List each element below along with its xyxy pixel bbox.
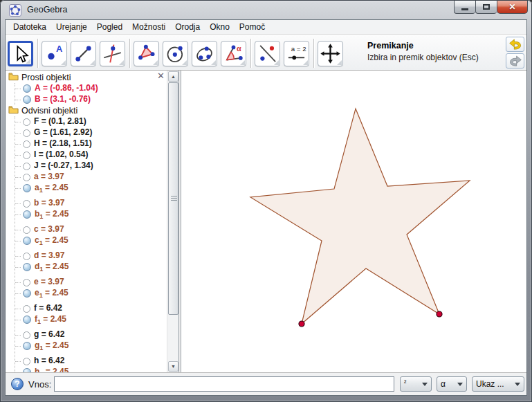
algebra-row-I[interactable]: I = (1.02, 0.54) <box>15 149 157 161</box>
visibility-toggle-icon[interactable] <box>23 95 31 104</box>
help-icon[interactable]: ? <box>11 378 24 390</box>
scrollbar-thumb[interactable] <box>168 82 178 315</box>
algebra-row-e[interactable]: e = 3.97 <box>15 277 157 288</box>
algebra-row-f1[interactable]: f1 = 2.45 <box>15 314 157 325</box>
object-label: d1 = 2.45 <box>35 262 68 273</box>
algebra-folder-dependent[interactable]: Odvisni objekti <box>8 105 157 116</box>
algebra-row-a[interactable]: a = 3.97 <box>15 172 157 183</box>
tool-move-view-button[interactable] <box>318 41 343 66</box>
object-label: g1 = 2.45 <box>35 340 68 351</box>
algebra-row-g[interactable]: g = 6.42 <box>15 329 157 340</box>
tool-circle-button[interactable] <box>163 41 188 66</box>
menu-orodja[interactable]: Orodja <box>170 21 205 33</box>
algebra-row-F[interactable]: F = (0.1, 2.81) <box>15 116 157 127</box>
tool-line-button[interactable] <box>100 41 125 66</box>
object-label: g = 6.42 <box>34 329 64 340</box>
algebra-row-h1[interactable]: h1 = 2.45 <box>15 367 157 372</box>
undo-button[interactable] <box>506 37 524 52</box>
visibility-toggle-icon[interactable] <box>23 226 30 234</box>
point-B[interactable] <box>437 311 442 317</box>
visibility-toggle-icon[interactable] <box>23 184 31 192</box>
star-polygon[interactable] <box>250 109 470 324</box>
algebra-row-f[interactable]: f = 6.42 <box>15 303 157 314</box>
object-label: e = 3.97 <box>34 277 64 288</box>
close-button[interactable]: ✕ <box>497 1 528 14</box>
algebra-row-b[interactable]: b = 3.97 <box>15 198 157 209</box>
menu-urejanje[interactable]: Urejanje <box>51 21 92 33</box>
svg-text:a = 2: a = 2 <box>291 45 306 53</box>
algebra-row-A[interactable]: A = (-0.86, -1.04) <box>15 83 157 94</box>
visibility-toggle-icon[interactable] <box>23 174 30 181</box>
algebra-row-c1[interactable]: c1 = 2.45 <box>15 235 157 246</box>
toolbar-separator <box>129 39 130 68</box>
visibility-toggle-icon[interactable] <box>23 263 31 271</box>
visibility-toggle-icon[interactable] <box>23 210 31 219</box>
algebra-row-H[interactable]: H = (2.18, 1.51) <box>15 138 157 149</box>
tool-point-button[interactable]: A <box>42 41 67 66</box>
object-label: a1 = 2.45 <box>35 183 68 194</box>
visibility-toggle-icon[interactable] <box>23 342 31 350</box>
algebra-row-d[interactable]: d = 3.97 <box>15 250 157 262</box>
tool-polygon-button[interactable] <box>134 41 159 66</box>
svg-text:A: A <box>56 43 62 53</box>
visibility-toggle-icon[interactable] <box>23 129 30 137</box>
menu-pogled[interactable]: Pogled <box>92 21 127 33</box>
visibility-toggle-icon[interactable] <box>23 152 30 159</box>
algebra-row-B[interactable]: B = (3.1, -0.76) <box>15 94 157 105</box>
visibility-toggle-icon[interactable] <box>23 140 30 148</box>
algebra-row-G[interactable]: G = (1.61, 2.92) <box>15 127 157 138</box>
algebra-folder-free[interactable]: Prosti objekti <box>8 72 157 83</box>
tool-mirror-button[interactable] <box>255 41 280 66</box>
tool-slider-button[interactable]: a = 2 <box>284 41 309 66</box>
tool-conic-button[interactable] <box>192 41 217 66</box>
command-input[interactable] <box>54 376 394 392</box>
dropdown-arrow-icon <box>422 383 428 386</box>
folder-icon <box>8 105 19 116</box>
menu-pomoc[interactable]: Pomoč <box>235 21 270 33</box>
visibility-toggle-icon[interactable] <box>23 237 31 245</box>
tool-move-button[interactable] <box>8 41 33 66</box>
visibility-toggle-icon[interactable] <box>23 305 30 313</box>
command-dropdown[interactable]: Ukaz ... <box>472 376 524 392</box>
visibility-toggle-icon[interactable] <box>23 316 31 324</box>
visibility-toggle-icon[interactable] <box>23 289 31 298</box>
algebra-row-a1[interactable]: a1 = 2.45 <box>15 183 157 194</box>
tool-segment-button[interactable] <box>71 41 96 66</box>
algebra-close-button[interactable]: ✕ <box>157 71 165 81</box>
algebra-row-h[interactable]: h = 6.42 <box>15 356 157 367</box>
algebra-row-b1[interactable]: b1 = 2.45 <box>15 209 157 220</box>
active-tool-title: Premikanje <box>367 41 479 51</box>
toolbar-separator <box>313 39 314 68</box>
scroll-up-button[interactable]: ▲ <box>168 71 178 82</box>
visibility-toggle-icon[interactable] <box>23 331 30 339</box>
algebra-scrollbar[interactable]: ▲ ▼ <box>167 71 178 372</box>
algebra-row-e1[interactable]: e1 = 2.45 <box>15 288 157 299</box>
redo-button[interactable] <box>506 53 524 68</box>
algebra-row-c[interactable]: c = 3.97 <box>15 224 157 235</box>
menu-moznosti[interactable]: Možnosti <box>127 21 170 33</box>
object-label: b1 = 2.45 <box>35 209 68 220</box>
scroll-down-button[interactable]: ▼ <box>168 361 178 372</box>
algebra-row-J[interactable]: J = (-0.27, 1.34) <box>15 161 157 172</box>
point-A[interactable] <box>299 321 304 327</box>
graphics-view[interactable] <box>181 71 526 372</box>
dropdown-corner-icon <box>337 60 342 65</box>
algebra-row-g1[interactable]: g1 = 2.45 <box>15 340 157 351</box>
tool-angle-button[interactable]: α <box>221 41 246 66</box>
menu-okno[interactable]: Okno <box>205 21 235 33</box>
maximize-button[interactable] <box>475 1 497 14</box>
visibility-toggle-icon[interactable] <box>23 118 30 126</box>
greek-dropdown[interactable]: α <box>437 376 467 392</box>
visibility-toggle-icon[interactable] <box>23 84 31 93</box>
visibility-toggle-icon[interactable] <box>23 253 30 260</box>
visibility-toggle-icon[interactable] <box>23 358 30 365</box>
title-bar[interactable]: GeoGebra ✕ <box>0 0 532 20</box>
symbol-dropdown[interactable]: ² <box>400 376 432 392</box>
algebra-row-d1[interactable]: d1 = 2.45 <box>15 262 157 273</box>
visibility-toggle-icon[interactable] <box>23 163 30 170</box>
menu-datoteka[interactable]: Datoteka <box>8 21 51 33</box>
visibility-toggle-icon[interactable] <box>23 279 30 286</box>
object-label: F = (0.1, 2.81) <box>34 116 86 127</box>
visibility-toggle-icon[interactable] <box>23 200 30 208</box>
minimize-button[interactable] <box>454 1 475 14</box>
